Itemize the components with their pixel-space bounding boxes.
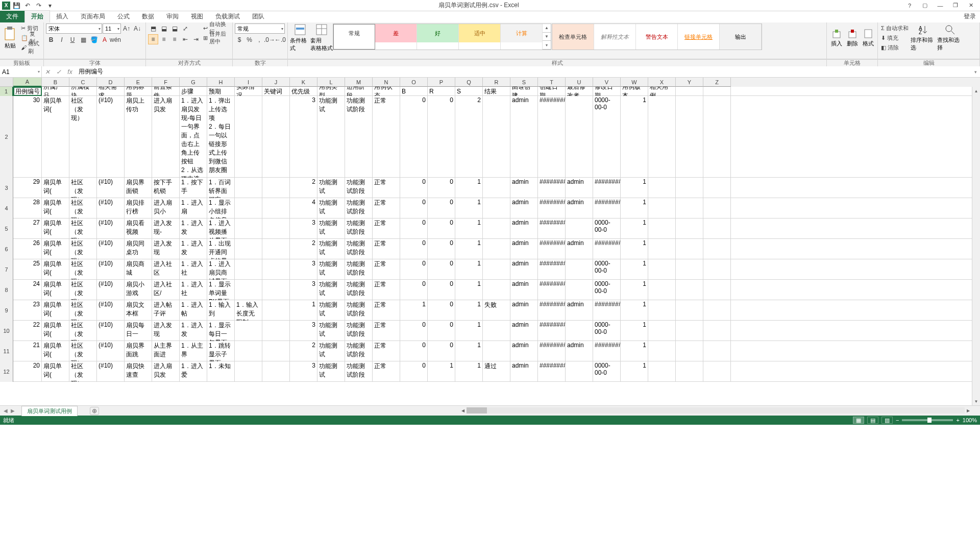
- cell[interactable]: 0: [400, 198, 428, 218]
- zoom-slider[interactable]: [902, 419, 953, 421]
- cell[interactable]: 修改日期: [593, 87, 621, 96]
- cell[interactable]: admin: [566, 178, 593, 198]
- cell[interactable]: 正常: [373, 361, 400, 382]
- cell[interactable]: 2: [455, 96, 483, 178]
- cell[interactable]: [566, 259, 593, 280]
- row-header[interactable]: 4: [0, 198, 13, 218]
- underline-button[interactable]: U: [67, 35, 78, 45]
- merge-center-button[interactable]: ⊞合并后居中: [202, 33, 230, 42]
- cell[interactable]: 扇贝同桌功: [125, 239, 152, 259]
- select-all-corner[interactable]: [0, 78, 13, 87]
- hscroll-thumb[interactable]: [467, 407, 487, 414]
- cell[interactable]: ########: [538, 178, 566, 198]
- cell[interactable]: [483, 198, 510, 218]
- cell[interactable]: 3: [290, 259, 317, 280]
- cell[interactable]: [676, 218, 703, 239]
- cell[interactable]: 预期: [207, 87, 235, 96]
- cell[interactable]: 功能测试阶段: [345, 280, 373, 300]
- cell[interactable]: 功能测试阶段: [345, 321, 373, 341]
- cell[interactable]: [483, 321, 510, 341]
- col-header-P[interactable]: P: [428, 78, 455, 87]
- grid-body[interactable]: 1用例编号所属产品所属模块相关需求用例标题前置条件步骤预期实际情况关键词优先级用…: [0, 87, 980, 405]
- cell[interactable]: admin: [510, 239, 538, 259]
- col-header-T[interactable]: T: [538, 78, 566, 87]
- cell[interactable]: 0: [400, 239, 428, 259]
- cell[interactable]: 社区（发现）: [69, 300, 97, 321]
- align-right-button[interactable]: ≡: [169, 34, 180, 44]
- sheet-tab-active[interactable]: 扇贝单词测试用例: [21, 406, 78, 416]
- cell[interactable]: 21: [13, 341, 42, 361]
- vertical-scrollbar[interactable]: ▲ ▼: [972, 87, 980, 405]
- cell[interactable]: [648, 300, 676, 321]
- cell[interactable]: ########: [593, 198, 621, 218]
- col-header-E[interactable]: E: [125, 78, 152, 87]
- indent-dec-button[interactable]: ⇤: [180, 34, 190, 44]
- row-header[interactable]: 6: [0, 239, 13, 259]
- cell[interactable]: admin: [510, 218, 538, 239]
- orientation-button[interactable]: ⤢: [180, 23, 190, 34]
- cell[interactable]: [262, 300, 290, 321]
- cell[interactable]: 功能测试: [317, 239, 345, 259]
- cell[interactable]: 扇贝每日一: [125, 321, 152, 341]
- col-header-A[interactable]: A: [13, 78, 42, 87]
- italic-button[interactable]: I: [57, 35, 67, 45]
- currency-button[interactable]: $: [235, 35, 244, 45]
- cell[interactable]: 用例状态: [373, 87, 400, 96]
- row-header[interactable]: 10: [0, 321, 13, 341]
- cell[interactable]: 进入发现-: [152, 218, 180, 239]
- cell[interactable]: 功能测试: [317, 218, 345, 239]
- cell[interactable]: admin: [510, 361, 538, 382]
- cell[interactable]: 1: [455, 239, 483, 259]
- cell[interactable]: 功能测试: [317, 321, 345, 341]
- cell[interactable]: 用例版本: [621, 87, 648, 96]
- cell[interactable]: [262, 341, 290, 361]
- col-header-Q[interactable]: Q: [455, 78, 483, 87]
- cell[interactable]: ########: [593, 341, 621, 361]
- cell[interactable]: [676, 341, 703, 361]
- cell[interactable]: B: [400, 87, 428, 96]
- row-header[interactable]: 9: [0, 300, 13, 321]
- cell[interactable]: [676, 280, 703, 300]
- cell[interactable]: ########: [538, 321, 566, 341]
- cell[interactable]: [703, 96, 731, 178]
- format-cells-button[interactable]: 格式: [861, 23, 875, 52]
- row-header[interactable]: 5: [0, 218, 13, 239]
- find-select-button[interactable]: 查找和选择: [937, 23, 963, 52]
- cell[interactable]: 扇贝单词(: [42, 218, 69, 239]
- row-header[interactable]: 11: [0, 341, 13, 361]
- cell[interactable]: admin: [566, 341, 593, 361]
- dec-decimal-button[interactable]: ←.0: [275, 35, 285, 45]
- cell[interactable]: [676, 300, 703, 321]
- cell[interactable]: [262, 259, 290, 280]
- cancel-formula-button[interactable]: ✕: [42, 66, 53, 77]
- row-header[interactable]: 8: [0, 280, 13, 300]
- cell[interactable]: ########: [538, 341, 566, 361]
- cell[interactable]: [566, 280, 593, 300]
- cell[interactable]: 扇贝看视频: [125, 218, 152, 239]
- cell[interactable]: 功能测试阶段: [345, 218, 373, 239]
- cell[interactable]: 扇贝单词(: [42, 280, 69, 300]
- cell[interactable]: 结果: [483, 87, 510, 96]
- cell[interactable]: 0: [400, 178, 428, 198]
- qat-save[interactable]: 💾: [11, 1, 21, 10]
- cell[interactable]: 1．进入发: [180, 218, 207, 239]
- col-header-B[interactable]: B: [42, 78, 69, 87]
- cell[interactable]: 正常: [373, 96, 400, 178]
- cell[interactable]: [703, 259, 731, 280]
- col-header-D[interactable]: D: [97, 78, 125, 87]
- cell[interactable]: 3: [290, 96, 317, 178]
- cell[interactable]: 功能测试: [317, 300, 345, 321]
- cell[interactable]: [483, 280, 510, 300]
- cell[interactable]: ########: [538, 239, 566, 259]
- cell[interactable]: 1．进入扇贝发现-每日一句界面，点击右上角上传按钮 2．从选项中选择上传到朋友圈: [180, 96, 207, 178]
- row-header[interactable]: 3: [0, 178, 13, 198]
- cell[interactable]: 功能测试阶段: [345, 198, 373, 218]
- cell[interactable]: 优先级: [290, 87, 317, 96]
- scroll-up-arrow[interactable]: ▲: [972, 87, 981, 95]
- cell[interactable]: 扇贝上传功: [125, 96, 152, 178]
- cell[interactable]: S: [455, 87, 483, 96]
- minimize-button[interactable]: —: [933, 1, 947, 10]
- conditional-format-button[interactable]: 条件格式: [290, 23, 310, 52]
- cell[interactable]: 28: [13, 198, 42, 218]
- cell[interactable]: 1: [455, 178, 483, 198]
